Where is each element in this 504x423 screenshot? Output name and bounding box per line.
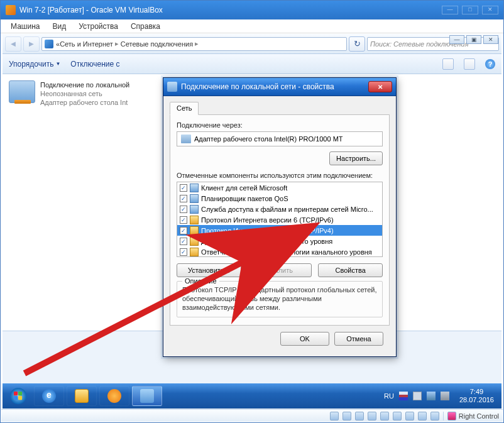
status-usb-icon[interactable] (380, 412, 389, 420)
breadcrumb-sep: ▸ (195, 40, 199, 48)
network-connections-icon (140, 389, 154, 403)
tray-flag-icon[interactable] (399, 392, 408, 400)
tray-action-center-icon[interactable] (413, 392, 422, 400)
checkbox[interactable]: ✓ (180, 238, 187, 245)
menu-machine[interactable]: Машина (4, 21, 46, 32)
menu-help[interactable]: Справка (124, 21, 167, 32)
component-item[interactable]: ✓Клиент для сетей Microsoft (177, 182, 382, 193)
adapter-field: Адаптер рабочего стола Intel(R) PRO/1000… (177, 131, 383, 146)
explorer-navbar: ◄ ► « Сеть и Интернет ▸ Сетевые подключе… (3, 34, 501, 54)
status-recording-icon[interactable] (418, 412, 427, 420)
description-text: Протокол TCP/IP - стандартный протокол г… (182, 285, 377, 312)
components-list[interactable]: ✓Клиент для сетей Microsoft✓Планировщик … (177, 182, 383, 257)
taskbar-explorer[interactable] (67, 386, 97, 406)
status-cpu-icon[interactable] (430, 412, 439, 420)
network-connection-item[interactable]: Подключение по локальной Неопознанная се… (9, 80, 147, 107)
nav-back[interactable]: ◄ (5, 36, 21, 52)
properties-button[interactable]: Свойства (318, 263, 383, 277)
checkbox[interactable]: ✓ (180, 248, 187, 256)
start-button[interactable] (5, 386, 31, 406)
component-item[interactable]: ✓Служба доступа к файлам и принтерам сет… (177, 204, 382, 214)
ok-button[interactable]: OK (280, 332, 329, 346)
tray-network-icon[interactable] (427, 392, 436, 400)
checkbox[interactable]: ✓ (180, 227, 187, 234)
cancel-button[interactable]: Отмена (334, 332, 383, 346)
component-label: Планировщик пакетов QoS (201, 195, 288, 202)
ie-icon (42, 389, 56, 403)
organize-menu[interactable]: Упорядочить ▼ (9, 60, 60, 69)
preview-pane-icon[interactable] (464, 58, 475, 70)
connection-status: Неопознанная сеть (40, 89, 129, 98)
status-shared-folders-icon[interactable] (393, 412, 402, 420)
component-item[interactable]: ✓Планировщик пакетов QoS (177, 193, 382, 204)
taskbar-network-connections[interactable] (132, 386, 162, 406)
svg-rect-4 (18, 396, 22, 400)
checkbox[interactable]: ✓ (180, 184, 187, 192)
component-label: Ответчик обнаружения топологии канальног… (201, 248, 372, 256)
component-item[interactable]: ✓Ответчик обнаружения топологии канально… (177, 246, 382, 257)
status-audio-icon[interactable] (355, 412, 364, 420)
svg-rect-1 (14, 392, 18, 395)
checkbox[interactable]: ✓ (180, 195, 187, 202)
maximize-button[interactable]: □ (462, 6, 478, 14)
component-item[interactable]: ✓Драйвер в/в тополога канального уровня (177, 236, 382, 246)
folder-icon (75, 389, 89, 403)
net-icon (190, 226, 199, 235)
monitor-icon (190, 194, 199, 203)
net-icon (190, 216, 199, 224)
status-network-icon[interactable] (368, 412, 376, 420)
host-key-indicator[interactable]: Right Control (443, 412, 499, 420)
menu-devices[interactable]: Устройства (72, 21, 124, 32)
install-button[interactable]: Установить... (177, 263, 241, 277)
status-hdd-icon[interactable] (330, 412, 339, 420)
explorer-maximize[interactable]: ▣ (466, 35, 481, 44)
clock[interactable]: 7:49 28.07.2016 (454, 388, 499, 404)
net-icon (190, 248, 199, 256)
nav-forward[interactable]: ► (23, 36, 40, 52)
keyboard-icon (447, 412, 456, 420)
language-indicator[interactable]: RU (384, 392, 394, 400)
address-bar[interactable]: « Сеть и Интернет ▸ Сетевые подключения … (41, 37, 347, 51)
component-item[interactable]: ✓Протокол Интернета версии 4 (TCP/IPv4) (177, 225, 382, 236)
components-label: Отмеченные компоненты используются этим … (177, 172, 383, 179)
view-icon[interactable] (442, 58, 454, 70)
minimize-button[interactable]: — (442, 6, 458, 14)
connection-name: Подключение по локальной (40, 80, 129, 89)
connect-via-label: Подключение через: (177, 121, 383, 129)
system-tray: RU 7:49 28.07.2016 (384, 388, 499, 404)
menu-view[interactable]: Вид (46, 21, 72, 32)
taskbar-media-player[interactable] (99, 386, 129, 406)
help-icon[interactable]: ? (485, 59, 495, 69)
guest-taskbar: RU 7:49 28.07.2016 (3, 383, 501, 409)
status-optical-icon[interactable] (342, 412, 351, 420)
dialog-title-text: Подключение по локальной сети - свойства (181, 82, 334, 91)
explorer-close[interactable]: ✕ (483, 35, 498, 44)
virtualbox-statusbar: Right Control (1, 409, 503, 422)
disable-connection[interactable]: Отключение с (70, 60, 119, 69)
virtualbox-titlebar[interactable]: Win 7-2 [Работает] - Oracle VM VirtualBo… (1, 1, 503, 19)
explorer-minimize[interactable]: — (449, 35, 464, 44)
virtualbox-menubar: Машина Вид Устройства Справка (1, 19, 503, 33)
taskbar-ie[interactable] (34, 386, 64, 406)
checkbox[interactable]: ✓ (180, 206, 187, 213)
status-display-icon[interactable] (405, 412, 414, 420)
clock-time: 7:49 (459, 388, 494, 396)
clock-date: 28.07.2016 (459, 396, 494, 404)
component-item[interactable]: ✓Протокол Интернета версии 6 (TCP/IPv6) (177, 214, 382, 225)
breadcrumb-item-2[interactable]: Сетевые подключения (121, 40, 193, 48)
virtualbox-icon (6, 5, 16, 15)
uninstall-button[interactable]: Удалить (248, 263, 312, 277)
component-label: Драйвер в/в тополога канального уровня (201, 238, 332, 245)
guest-screen: — ▣ ✕ ◄ ► « Сеть и Интернет ▸ Сетевые по… (3, 34, 501, 409)
dialog-close-button[interactable]: ✕ (368, 81, 392, 92)
connection-adapter: Адаптер рабочего стола Int (40, 98, 129, 107)
tray-volume-icon[interactable] (441, 392, 449, 400)
dialog-titlebar[interactable]: Подключение по локальной сети - свойства… (163, 78, 396, 96)
checkbox[interactable]: ✓ (180, 216, 187, 224)
close-button[interactable]: ✕ (482, 6, 498, 14)
configure-button[interactable]: Настроить... (329, 151, 383, 165)
breadcrumb-item-1[interactable]: Сеть и Интернет (60, 40, 113, 48)
tab-network[interactable]: Сеть (170, 102, 199, 115)
refresh-button[interactable]: ↻ (349, 36, 365, 52)
adapter-name: Адаптер рабочего стола Intel(R) PRO/1000… (194, 135, 343, 143)
